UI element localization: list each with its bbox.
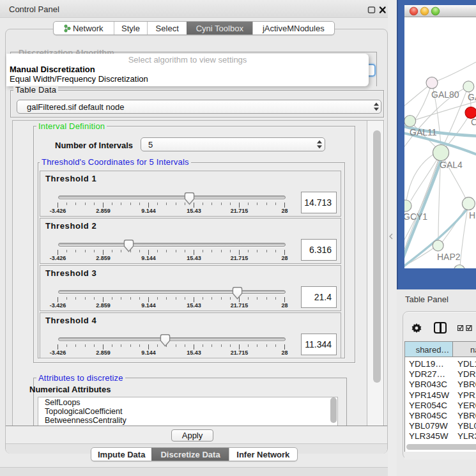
svg-text:GCY1: GCY1: [404, 211, 427, 222]
svg-text:GAL4: GAL4: [440, 160, 463, 170]
svg-text:GAL11: GAL11: [410, 127, 437, 137]
svg-text:H: H: [469, 210, 475, 220]
svg-text:HAP2: HAP2: [437, 252, 461, 262]
svg-text:C: C: [471, 117, 476, 127]
svg-text:GA: GA: [468, 92, 476, 102]
svg-text:GAL80: GAL80: [431, 89, 459, 100]
